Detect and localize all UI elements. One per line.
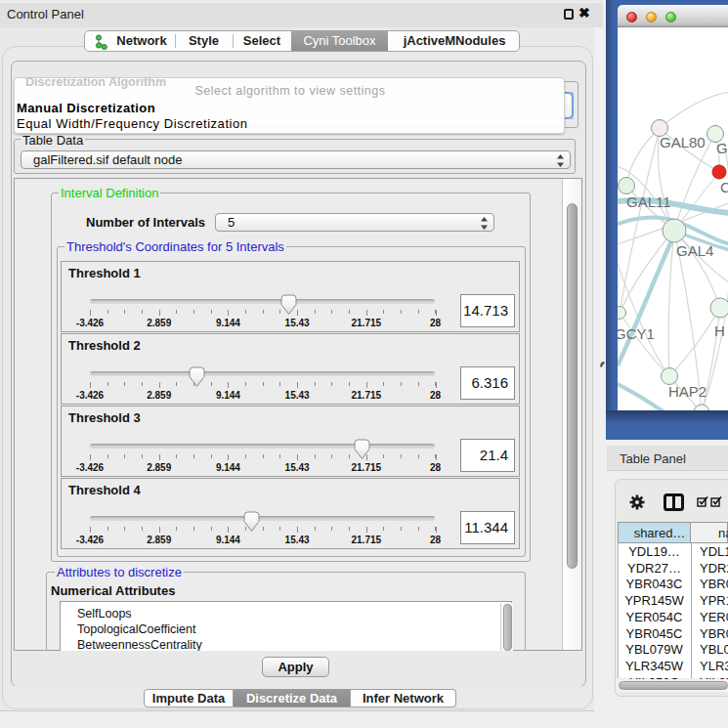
svg-text:GCY1: GCY1 [618,325,655,342]
svg-text:H: H [714,322,725,339]
svg-text:C: C [720,179,728,195]
svg-text:HAP2: HAP2 [668,383,707,400]
svg-text:GAL11: GAL11 [626,193,671,210]
svg-text:GAL: GAL [716,140,728,156]
svg-text:GAL80: GAL80 [660,134,706,150]
svg-text:GAL4: GAL4 [676,242,713,259]
